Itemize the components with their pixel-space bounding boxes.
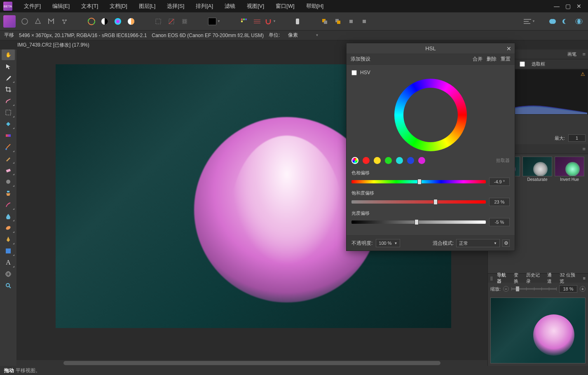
preset-thumb[interactable]: Desaturate xyxy=(522,157,552,183)
auto-colors-icon[interactable] xyxy=(112,16,124,27)
guides-icon[interactable] xyxy=(251,16,263,27)
unit-select[interactable]: 像素▼ xyxy=(285,31,322,40)
tab-history[interactable]: 历史记录 xyxy=(526,272,544,284)
zoom-tool[interactable] xyxy=(2,280,15,291)
assistant-icon[interactable] xyxy=(292,16,303,27)
delete-button[interactable]: 删除 xyxy=(487,56,497,63)
gear-icon[interactable]: ⚙ xyxy=(502,239,510,247)
menu-select[interactable]: 选择[S] xyxy=(161,2,190,10)
auto-wb-icon[interactable] xyxy=(125,16,137,27)
stock-menu-icon[interactable]: ≡ xyxy=(582,146,586,152)
menu-filter[interactable]: 滤镜 xyxy=(219,2,241,10)
blur-tool[interactable] xyxy=(2,211,15,222)
menu-view[interactable]: 视图[V] xyxy=(241,2,270,10)
crop-tool[interactable] xyxy=(2,84,15,95)
tab-transform[interactable]: 变换 xyxy=(514,272,523,284)
patch-tool[interactable] xyxy=(2,223,15,233)
tab-channels[interactable]: 通道 xyxy=(547,272,556,284)
selection-checkbox[interactable] xyxy=(520,61,525,67)
gradient-tool[interactable] xyxy=(2,130,15,141)
hue-slider[interactable] xyxy=(351,180,486,183)
document-tab[interactable]: IMG_7439.CR2 [已修改] (17.9%) xyxy=(17,42,89,49)
saturation-value[interactable]: 23 % xyxy=(489,198,510,206)
hand-tool[interactable]: ✋ xyxy=(2,49,15,60)
navigator-preview[interactable] xyxy=(490,298,586,363)
close-button[interactable]: ✕ xyxy=(576,3,581,9)
horizontal-scrollbar[interactable] xyxy=(16,360,487,366)
invert-selection-icon[interactable] xyxy=(179,16,190,27)
pen-tool[interactable] xyxy=(2,234,15,245)
color-magenta[interactable] xyxy=(418,157,425,164)
color-all[interactable] xyxy=(351,157,358,164)
color-cyan[interactable] xyxy=(396,157,403,164)
bool-intersect-icon[interactable] xyxy=(573,16,585,27)
hue-value[interactable]: -4.9 ° xyxy=(489,178,510,186)
auto-levels-icon[interactable] xyxy=(86,16,97,27)
color-yellow[interactable] xyxy=(374,157,381,164)
select-all-icon[interactable] xyxy=(152,16,164,27)
preset-thumb[interactable]: Invert Hue xyxy=(555,157,584,183)
menu-document[interactable]: 文档[D] xyxy=(104,2,133,10)
tab-paint[interactable]: 画笔 xyxy=(566,50,578,58)
zoom-value[interactable] xyxy=(559,285,577,293)
panel-menu-icon[interactable]: ≡ xyxy=(582,51,586,57)
dialog-titlebar[interactable]: HSL ✕ xyxy=(347,43,515,54)
text-tool[interactable]: A xyxy=(2,257,15,268)
auto-contrast-icon[interactable] xyxy=(99,16,110,27)
persona-photo-icon[interactable] xyxy=(3,15,16,28)
luminosity-value[interactable]: -5 % xyxy=(489,218,510,226)
color-picker-tool[interactable] xyxy=(2,73,15,83)
color-wheel[interactable] xyxy=(394,79,467,151)
hsv-checkbox[interactable] xyxy=(351,70,357,75)
color-blue[interactable] xyxy=(407,157,414,164)
align-icon[interactable]: ▼ xyxy=(524,16,535,27)
bool-subtract-icon[interactable] xyxy=(560,16,572,27)
luminosity-slider[interactable] xyxy=(351,220,486,224)
flood-select-tool[interactable] xyxy=(2,119,15,129)
menu-arrange[interactable]: 排列[A] xyxy=(190,2,219,10)
pixel-tool[interactable] xyxy=(2,153,15,164)
menu-help[interactable]: 帮助[H] xyxy=(300,2,330,10)
deselect-icon[interactable] xyxy=(166,16,177,27)
color-red[interactable] xyxy=(363,157,370,164)
saturation-slider[interactable] xyxy=(351,200,486,204)
erase-tool[interactable] xyxy=(2,165,15,176)
menu-window[interactable]: 窗口[W] xyxy=(270,2,300,10)
nav-menu-icon[interactable]: ≡ xyxy=(583,276,586,281)
heal-tool[interactable] xyxy=(2,199,15,210)
opacity-select[interactable]: 100 %▼ xyxy=(376,239,400,247)
zoom-out-icon[interactable]: − xyxy=(503,286,509,292)
menu-file[interactable]: 文件[F] xyxy=(18,2,47,10)
menu-layer[interactable]: 图层[L] xyxy=(133,2,161,10)
tab-navigator[interactable]: 导航器 xyxy=(497,272,511,284)
paint-brush-tool[interactable] xyxy=(2,142,15,152)
arrange-down-icon[interactable] xyxy=(358,16,370,27)
merge-button[interactable]: 合并 xyxy=(473,56,483,63)
swatch-icon[interactable]: ▼ xyxy=(206,16,223,27)
mesh-tool[interactable] xyxy=(2,269,15,279)
color-green[interactable] xyxy=(385,157,392,164)
arrange-front-icon[interactable] xyxy=(332,16,344,27)
marquee-tool[interactable] xyxy=(2,107,15,118)
dialog-close-icon[interactable]: ✕ xyxy=(506,45,511,52)
blend-mode-select[interactable]: 正常▼ xyxy=(456,239,500,247)
minimize-button[interactable]: — xyxy=(554,3,560,9)
menu-text[interactable]: 文本[T] xyxy=(75,2,104,10)
zoom-slider[interactable] xyxy=(511,288,557,290)
picker-button[interactable]: 拾取器 xyxy=(496,157,510,164)
menu-edit[interactable]: 编辑[E] xyxy=(47,2,75,10)
persona-export-icon[interactable] xyxy=(59,16,70,27)
tab-selection[interactable]: 选取框 xyxy=(530,60,547,68)
selection-brush-tool[interactable] xyxy=(2,96,15,106)
persona-tone-icon[interactable] xyxy=(45,16,57,27)
persona-liquify-icon[interactable] xyxy=(19,16,30,27)
add-preset-button[interactable]: 添加预设 xyxy=(351,56,370,63)
zoom-in-icon[interactable]: + xyxy=(580,286,586,292)
reset-button[interactable]: 重置 xyxy=(501,56,511,63)
maximize-button[interactable]: ▢ xyxy=(565,3,571,9)
bool-add-icon[interactable] xyxy=(547,16,558,27)
clone-tool[interactable] xyxy=(2,188,15,199)
persona-develop-icon[interactable] xyxy=(32,16,44,27)
grid-icon[interactable] xyxy=(238,16,250,27)
dodge-tool[interactable] xyxy=(2,176,15,187)
